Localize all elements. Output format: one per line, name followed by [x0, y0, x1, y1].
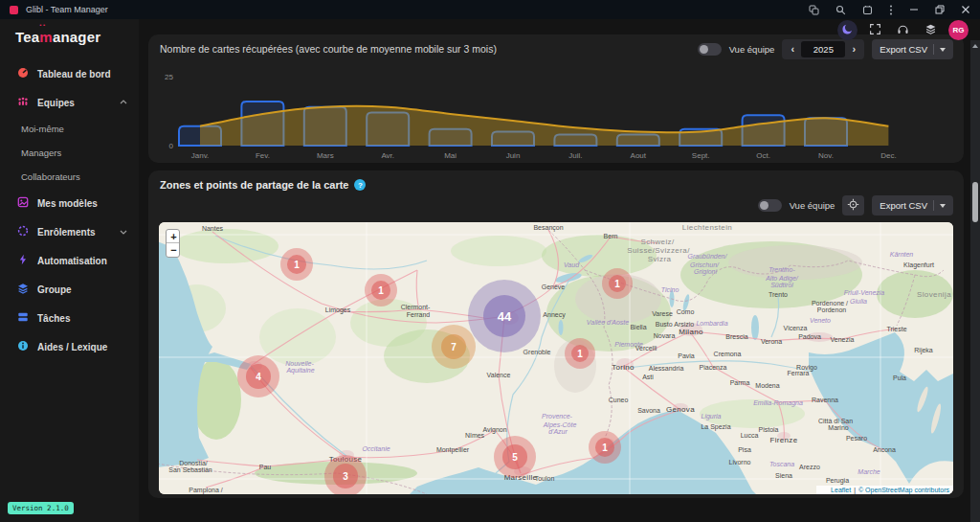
map-cluster-marker[interactable]: 1: [565, 338, 595, 369]
app-window: Glibl - Team Manager Teamanager Tableau …: [0, 0, 980, 522]
map-attribution: Leaflet | © OpenStreetMap contributors: [816, 486, 953, 494]
map-label: Savona: [637, 407, 660, 414]
zoom-out-button[interactable]: −: [167, 243, 180, 257]
marker-count: 3: [324, 455, 367, 494]
map-label: Slovenija: [917, 290, 951, 299]
sidebar-item-groupe[interactable]: Groupe: [0, 275, 139, 304]
map-label: Milano: [679, 328, 702, 336]
map-label: Firenze: [770, 436, 798, 444]
map-label: La Spezia: [701, 423, 730, 430]
page-scrollbar[interactable]: [970, 40, 980, 522]
marker-count: 1: [280, 248, 313, 281]
user-avatar[interactable]: RG: [948, 20, 969, 40]
svg-text:Juin: Juin: [506, 151, 521, 160]
map-panel: Zones et points de partage de la carte ?…: [148, 170, 964, 498]
extensions-icon[interactable]: [862, 5, 873, 15]
menu-dots-icon[interactable]: [889, 5, 893, 15]
lightning-icon: [17, 254, 29, 267]
svg-text:Oct.: Oct.: [756, 151, 770, 160]
stack-button[interactable]: [921, 20, 941, 40]
map-label: Lombardia: [696, 320, 727, 327]
leaflet-link[interactable]: Leaflet: [831, 487, 851, 493]
layers-icon: [17, 283, 29, 296]
fullscreen-button[interactable]: [865, 20, 885, 40]
bar-line-chart: 250Janv.Fev.MarsAvr.MaiJuinJuil.AoutSept…: [156, 54, 956, 161]
sidebar-item-equipes[interactable]: Equipes: [0, 88, 139, 117]
sidebar-item-automatisation[interactable]: Automatisation: [0, 246, 139, 275]
sidebar-item-taches[interactable]: Tâches: [0, 304, 139, 332]
locate-button[interactable]: [842, 195, 864, 216]
translate-icon[interactable]: [809, 5, 819, 15]
map-label: Rovigo: [796, 364, 817, 371]
sidebar-item-enrolements[interactable]: Enrôlements: [0, 217, 139, 246]
zoom-in-button[interactable]: +: [167, 230, 180, 243]
close-icon[interactable]: [961, 5, 970, 14]
map-label: Venezia: [831, 336, 855, 343]
sidebar-item-aides-lexique[interactable]: Aides / Lexique: [0, 332, 139, 361]
map-label: Limoges: [325, 306, 350, 313]
map-vue-equipe-toggle[interactable]: [758, 199, 782, 212]
map-label: Montpellier: [436, 446, 469, 453]
scrollbar-thumb[interactable]: [972, 182, 978, 222]
support-button[interactable]: [893, 20, 913, 40]
crosshair-icon: [847, 197, 859, 215]
svg-text:Aout: Aout: [631, 151, 647, 160]
map-label: Pordenon: [817, 306, 846, 313]
map-cluster-marker[interactable]: 1: [280, 248, 313, 281]
models-icon: [17, 196, 29, 210]
scroll-up-arrow[interactable]: [972, 44, 978, 48]
map-label: Emilia-Romagna: [753, 399, 803, 406]
map-cluster-marker[interactable]: 1: [365, 274, 397, 306]
marker-count: 1: [565, 338, 595, 369]
map-cluster-marker[interactable]: 44: [468, 280, 541, 352]
map-cluster-marker[interactable]: 1: [589, 431, 621, 464]
map-label: Biella: [630, 324, 646, 330]
window-title: Glibl - Team Manager: [26, 5, 108, 14]
map-label: Toulon: [535, 475, 555, 482]
map-cluster-marker[interactable]: 1: [602, 268, 633, 299]
map-cluster-marker[interactable]: 3: [324, 455, 367, 494]
map-label: Piacenza: [700, 364, 727, 371]
map-label: Avignon: [482, 426, 506, 433]
map-label: Lucca: [741, 432, 759, 439]
map-label: d'Azur: [548, 428, 568, 435]
map-zoom-control: + −: [166, 229, 180, 258]
chart-panel: Nombre de cartes récupérées (avec courbe…: [148, 34, 964, 163]
map-cluster-marker[interactable]: 5: [494, 436, 536, 478]
osm-link[interactable]: © OpenStreetMap contributors: [858, 487, 949, 493]
map-label: Clermont-: [401, 304, 431, 310]
map-label: Città di San: [818, 418, 853, 424]
fullscreen-icon: [869, 22, 881, 39]
map-cluster-marker[interactable]: 4: [237, 355, 279, 397]
svg-text:Juil.: Juil.: [568, 151, 582, 160]
map-label: Pula: [893, 374, 906, 381]
map-label: Torino: [612, 363, 635, 372]
chevron-down-icon: [940, 204, 946, 208]
sidebar-item-mes-modeles[interactable]: Mes modèles: [0, 189, 139, 217]
map-label: Besançon: [533, 224, 563, 231]
zoom-search-icon[interactable]: [835, 5, 846, 15]
svg-text:Nov.: Nov.: [818, 151, 834, 160]
map-export-csv-button[interactable]: Export CSV: [872, 195, 953, 216]
map-label: Ticino: [661, 286, 679, 293]
version-badge: Version 2.1.0: [8, 502, 74, 514]
map-label: Liguria: [701, 413, 721, 420]
leaflet-map[interactable]: NantesBesançonBernLiechtensteinSchweiz/S…: [159, 222, 953, 494]
map-label: Alpes-Côte: [544, 421, 577, 428]
map-label: Verona: [761, 338, 782, 345]
map-cluster-marker[interactable]: 7: [432, 325, 476, 369]
map-label: Pesaro: [846, 435, 867, 442]
map-label: Toscana: [769, 461, 794, 467]
sidebar-item-tableau-de-bord[interactable]: Tableau de bord: [0, 59, 139, 88]
dark-mode-toggle[interactable]: [837, 20, 858, 40]
sidebar-item-moi-meme[interactable]: Moi-même: [0, 117, 139, 141]
sidebar-item-managers[interactable]: Managers: [0, 141, 139, 165]
sidebar-item-collaborateurs[interactable]: Collaborateurs: [0, 165, 139, 189]
map-label: Vallée d'Aoste: [587, 319, 629, 326]
ukraine-flag-icon: [820, 488, 828, 493]
map-label: Pordenone /: [812, 300, 848, 306]
help-icon[interactable]: ?: [354, 179, 366, 191]
minimize-icon[interactable]: [909, 5, 919, 14]
map-label: Livorno: [729, 459, 751, 465]
restore-icon[interactable]: [935, 5, 945, 14]
